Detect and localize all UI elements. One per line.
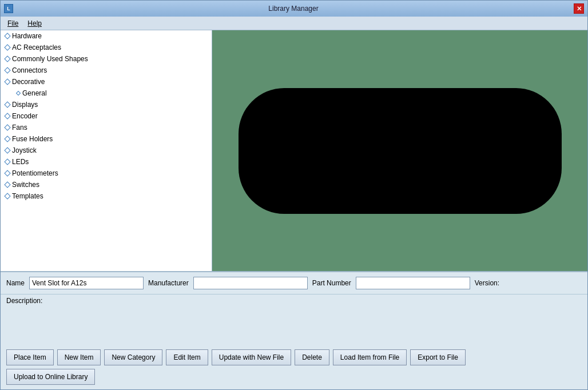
preview-shape: [239, 88, 562, 214]
tree-icon-fuse-holders: [5, 137, 10, 141]
tree-label-potentiometers: Potentiometers: [12, 169, 58, 177]
version-label: Version:: [475, 279, 499, 287]
tree-label-encoder: Encoder: [12, 112, 38, 120]
tree-label-templates: Templates: [12, 192, 43, 200]
update-with-new-file-button[interactable]: Update with New File: [212, 349, 291, 365]
tree-item-encoder[interactable]: Encoder: [1, 110, 212, 122]
bottom-section: Name Manufacturer Part Number Version: D…: [1, 271, 587, 389]
tree-icon-leds: [5, 160, 10, 164]
menu-bar: File Help: [1, 17, 587, 30]
menu-help[interactable]: Help: [23, 18, 46, 29]
tree-icon-switches: [5, 182, 10, 187]
tree-item-commonly-used-shapes[interactable]: Commonly Used Shapes: [1, 53, 212, 65]
preview-panel: [212, 30, 587, 271]
description-section: Description:: [1, 295, 587, 346]
window-title: Library Manager: [13, 5, 574, 13]
tree-label-commonly-used-shapes: Commonly Used Shapes: [12, 55, 88, 63]
tree-label-leds: LEDs: [12, 158, 29, 166]
buttons-row-2: Upload to Online Library: [1, 369, 587, 389]
tree-icon-encoder: [5, 114, 10, 118]
tree-item-ac-receptacles[interactable]: AC Receptacles: [1, 42, 212, 53]
tree-item-fuse-holders[interactable]: Fuse Holders: [1, 133, 212, 145]
tree-label-ac-receptacles: AC Receptacles: [12, 43, 61, 51]
tree-item-leds[interactable]: LEDs: [1, 156, 212, 168]
main-window: L Library Manager ✕ File Help Hardware A…: [0, 0, 588, 390]
tree-item-fans[interactable]: Fans: [1, 122, 212, 133]
tree-label-displays: Displays: [12, 101, 38, 109]
tree-icon-potentiometers: [5, 171, 10, 176]
name-label: Name: [6, 279, 25, 287]
part-number-label: Part Number: [312, 279, 351, 287]
new-category-button[interactable]: New Category: [104, 349, 162, 365]
tree-label-fuse-holders: Fuse Holders: [12, 135, 53, 143]
tree-item-connectors[interactable]: Connectors: [1, 65, 212, 76]
tree-label-decorative: Decorative: [12, 78, 45, 86]
manufacturer-label: Manufacturer: [148, 279, 189, 287]
tree-label-switches: Switches: [12, 181, 39, 189]
menu-file[interactable]: File: [3, 18, 23, 29]
part-number-input[interactable]: [356, 277, 470, 289]
tree-label-joystick: Joystick: [12, 146, 37, 154]
left-panel: Hardware AC Receptacles Commonly Used Sh…: [1, 30, 212, 271]
tree-icon-hardware: [5, 34, 10, 38]
delete-button[interactable]: Delete: [295, 349, 329, 365]
tree-icon-decorative: [5, 79, 10, 84]
tree-icon-connectors: [5, 68, 10, 73]
tree-icon-templates: [5, 194, 10, 198]
tree-label-hardware: Hardware: [12, 32, 42, 40]
tree-icon-ac-receptacles: [5, 45, 10, 50]
fields-row: Name Manufacturer Part Number Version:: [1, 272, 587, 295]
load-item-from-file-button[interactable]: Load Item from File: [333, 349, 407, 365]
tree-icon-general: [17, 91, 20, 95]
place-item-button[interactable]: Place Item: [6, 349, 54, 365]
tree-container[interactable]: Hardware AC Receptacles Commonly Used Sh…: [1, 30, 212, 271]
close-button[interactable]: ✕: [574, 3, 584, 14]
buttons-row-1: Place Item New Item New Category Edit It…: [1, 346, 587, 369]
upload-to-online-library-button[interactable]: Upload to Online Library: [6, 369, 95, 385]
edit-item-button[interactable]: Edit Item: [166, 349, 208, 365]
tree-icon-displays: [5, 102, 10, 107]
manufacturer-input[interactable]: [193, 277, 308, 289]
tree-icon-joystick: [5, 148, 10, 153]
tree-item-general[interactable]: General: [1, 87, 212, 99]
title-bar: L Library Manager ✕: [1, 1, 587, 17]
description-label: Description:: [6, 297, 42, 305]
tree-item-decorative[interactable]: Decorative: [1, 76, 212, 87]
tree-item-templates[interactable]: Templates: [1, 190, 212, 202]
tree-item-switches[interactable]: Switches: [1, 179, 212, 190]
tree-icon-commonly-used-shapes: [5, 57, 10, 61]
name-input[interactable]: [29, 277, 144, 289]
tree-item-displays[interactable]: Displays: [1, 99, 212, 110]
tree-item-hardware[interactable]: Hardware: [1, 30, 212, 42]
tree-item-joystick[interactable]: Joystick: [1, 145, 212, 156]
tree-label-connectors: Connectors: [12, 66, 47, 74]
export-to-file-button[interactable]: Export to File: [410, 349, 466, 365]
tree-item-potentiometers[interactable]: Potentiometers: [1, 168, 212, 179]
tree-icon-fans: [5, 125, 10, 130]
main-content: Hardware AC Receptacles Commonly Used Sh…: [1, 30, 587, 271]
new-item-button[interactable]: New Item: [57, 349, 101, 365]
tree-label-general: General: [22, 89, 47, 97]
tree-label-fans: Fans: [12, 124, 27, 132]
window-icon: L: [4, 4, 13, 13]
